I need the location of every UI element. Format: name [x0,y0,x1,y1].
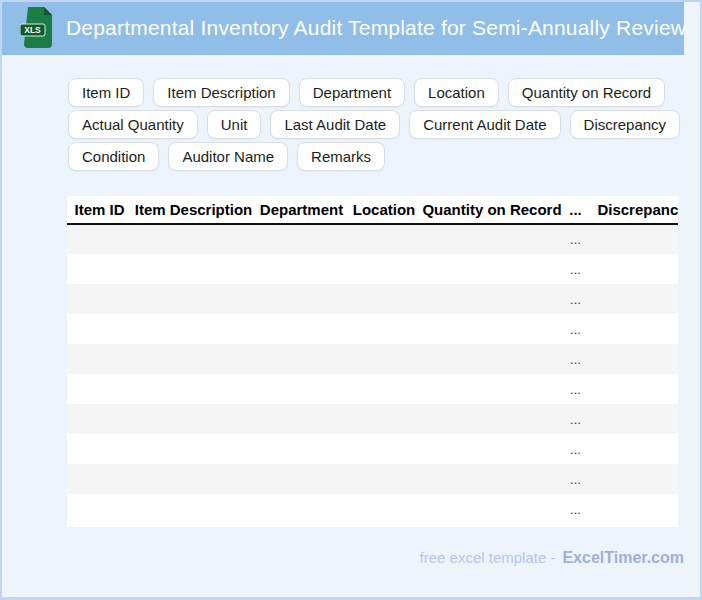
col-header-item-description: Item Description [132,196,255,224]
row-ellipsis: ... [564,224,587,254]
row-ellipsis: ... [564,284,587,314]
col-header-item-id: Item ID [67,196,132,224]
col-header-discrepancy: Discrepancy [587,196,678,224]
chip-row-3: Condition Auditor Name Remarks [68,142,680,171]
audit-table-container: Item ID Item Description Department Loca… [67,196,678,527]
chip-department[interactable]: Department [299,78,405,107]
table-row: ... [67,464,678,494]
table-row: ... [67,314,678,344]
row-ellipsis: ... [564,374,587,404]
chip-actual-quantity[interactable]: Actual Quantity [68,110,198,139]
row-ellipsis: ... [564,434,587,464]
table-row: ... [67,224,678,254]
page-title: Departmental Inventory Audit Template fo… [66,0,686,55]
chip-auditor-name[interactable]: Auditor Name [168,142,288,171]
column-chips: Item ID Item Description Department Loca… [68,78,680,171]
table-header-row: Item ID Item Description Department Loca… [67,196,678,224]
header-bar: XLS Departmental Inventory Audit Templat… [0,0,684,55]
chip-unit[interactable]: Unit [207,110,262,139]
col-header-department: Department [255,196,348,224]
chip-remarks[interactable]: Remarks [297,142,385,171]
chip-location[interactable]: Location [414,78,499,107]
row-ellipsis: ... [564,344,587,374]
chip-row-2: Actual Quantity Unit Last Audit Date Cur… [68,110,680,139]
chip-quantity-on-record[interactable]: Quantity on Record [508,78,665,107]
footer-tagline: free excel template - [420,549,556,566]
svg-text:XLS: XLS [24,25,41,35]
table-row: ... [67,434,678,464]
template-preview-card: XLS Departmental Inventory Audit Templat… [0,0,702,600]
table-row: ... [67,404,678,434]
row-ellipsis: ... [564,314,587,344]
row-ellipsis: ... [564,464,587,494]
audit-table: Item ID Item Description Department Loca… [67,196,678,524]
row-ellipsis: ... [564,404,587,434]
table-row: ... [67,284,678,314]
col-header-location: Location [348,196,420,224]
chip-item-id[interactable]: Item ID [68,78,144,107]
col-header-quantity-on-record: Quantity on Record [420,196,564,224]
chip-item-description[interactable]: Item Description [153,78,289,107]
table-row: ... [67,344,678,374]
table-row: ... [67,374,678,404]
chip-last-audit-date[interactable]: Last Audit Date [270,110,400,139]
chip-discrepancy[interactable]: Discrepancy [570,110,681,139]
footer-brand-link[interactable]: ExcelTimer.com [562,549,684,567]
chip-current-audit-date[interactable]: Current Audit Date [409,110,560,139]
chip-row-1: Item ID Item Description Department Loca… [68,78,680,107]
table-row: ... [67,254,678,284]
footer: free excel template - ExcelTimer.com [420,549,684,567]
table-row: ... [67,494,678,524]
xls-file-icon: XLS [20,7,54,48]
col-header-ellipsis: ... [564,196,587,224]
row-ellipsis: ... [564,494,587,524]
row-ellipsis: ... [564,254,587,284]
chip-condition[interactable]: Condition [68,142,159,171]
